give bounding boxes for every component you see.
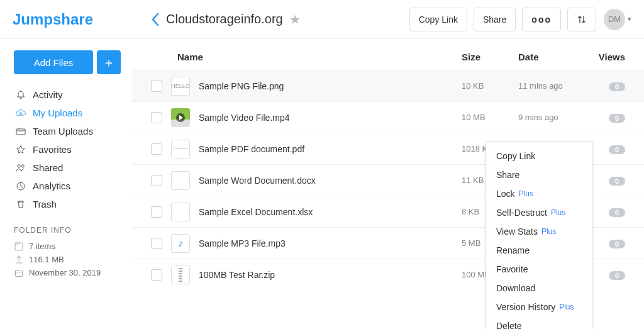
file-views: 0 (587, 270, 625, 280)
views-badge: 0 (609, 145, 625, 154)
sort-button[interactable] (567, 8, 596, 31)
file-name[interactable]: Sample Video File.mp4 (199, 113, 462, 123)
menu-item-label: Lock (496, 189, 515, 199)
file-name[interactable]: Sample PDF document.pdf (199, 144, 462, 154)
col-name[interactable]: Name (151, 52, 462, 62)
row-checkbox[interactable] (151, 81, 162, 92)
menu-item-label: Version History (496, 302, 555, 312)
file-size: 10 MB (462, 113, 518, 122)
views-badge: 0 (609, 208, 625, 217)
menu-favorite[interactable]: Favorite (486, 260, 592, 279)
svg-point-2 (21, 164, 24, 167)
back-arrow-icon[interactable] (151, 13, 160, 26)
views-badge: 0 (609, 114, 625, 123)
chevron-down-icon[interactable]: ▾ (628, 15, 631, 23)
plus-tag: Plus (551, 208, 565, 217)
sidebar-item-label: Analytics (33, 181, 70, 191)
file-views: 0 (587, 207, 625, 217)
plus-tag: Plus (519, 189, 533, 198)
more-button[interactable]: ooo (522, 8, 561, 31)
row-checkbox[interactable] (151, 206, 162, 218)
page-title: Cloudstorageinfo.org (166, 12, 283, 26)
file-views: 0 (587, 176, 625, 186)
row-checkbox[interactable] (151, 238, 162, 249)
add-plus-button[interactable]: ＋ (97, 50, 121, 74)
col-date[interactable]: Date (518, 52, 587, 62)
share-button[interactable]: Share (474, 8, 516, 31)
row-checkbox[interactable] (151, 175, 162, 186)
file-views: 0 (587, 238, 625, 248)
file-views: 0 (587, 113, 625, 123)
menu-self-destruct[interactable]: Self-DestructPlus (486, 203, 592, 222)
menu-download[interactable]: Download (486, 279, 592, 298)
avatar[interactable]: DM (604, 9, 625, 30)
menu-copy-link[interactable]: Copy Link (486, 147, 592, 165)
sidebar-item-my-uploads[interactable]: My Uploads (14, 104, 121, 122)
copy-link-button[interactable]: Copy Link (409, 8, 467, 31)
folder-items: 7 items (29, 242, 55, 251)
menu-delete[interactable]: Delete (486, 316, 592, 329)
file-thumbnail: ♪ (171, 234, 190, 253)
users-icon (15, 163, 26, 173)
file-thumbnail (171, 108, 190, 127)
date-icon (14, 269, 24, 277)
menu-item-label: Delete (496, 321, 521, 329)
sidebar-item-label: Activity (33, 89, 63, 100)
file-name[interactable]: Sample Word Document.docx (199, 176, 462, 186)
menu-item-label: Rename (496, 245, 530, 255)
file-date: 9 mins ago (518, 113, 587, 122)
sidebar-item-label: Trash (33, 199, 57, 209)
file-name[interactable]: 100MB Test Rar.zip (199, 270, 462, 280)
menu-lock[interactable]: LockPlus (486, 184, 592, 203)
sidebar-item-shared[interactable]: Shared (14, 159, 121, 177)
views-badge: 0 (609, 240, 625, 248)
views-badge: 0 (609, 177, 625, 186)
col-views[interactable]: Views (587, 52, 625, 62)
row-checkbox[interactable] (151, 143, 162, 155)
sidebar-item-analytics[interactable]: Analytics (14, 177, 121, 195)
col-size[interactable]: Size (462, 52, 518, 62)
chart-icon (15, 181, 26, 191)
menu-view-stats[interactable]: View StatsPlus (486, 222, 592, 241)
row-checkbox[interactable] (151, 112, 162, 123)
file-row[interactable]: HELLOSample PNG File.png10 KB11 mins ago… (132, 70, 644, 101)
menu-item-label: Self-Destruct (496, 208, 547, 218)
add-files-button[interactable]: Add Files (14, 50, 93, 74)
file-thumbnail (171, 140, 190, 159)
row-checkbox[interactable] (151, 269, 162, 281)
table-header: Name Size Date Views (132, 39, 644, 70)
menu-item-label: View Stats (496, 226, 538, 237)
file-name[interactable]: Sample Excel Document.xlsx (199, 207, 462, 217)
star-icon (15, 145, 26, 155)
menu-version-history[interactable]: Version HistoryPlus (486, 298, 592, 316)
trash-icon (15, 199, 26, 209)
menu-share[interactable]: Share (486, 165, 592, 184)
sidebar-item-label: Shared (33, 162, 63, 173)
file-size: 10 KB (462, 81, 518, 91)
file-name[interactable]: Sample MP3 File.mp3 (199, 238, 462, 248)
sidebar-item-label: Team Uploads (33, 126, 93, 137)
file-thumbnail: HELLO (171, 77, 190, 96)
file-name[interactable]: Sample PNG File.png (199, 81, 462, 91)
menu-item-label: Favorite (496, 264, 528, 274)
folder-info-heading: FOLDER INFO (14, 226, 121, 235)
svg-rect-6 (16, 270, 23, 276)
file-row[interactable]: Sample Video File.mp410 MB9 mins ago0 (132, 101, 644, 133)
sidebar-item-label: My Uploads (33, 108, 82, 118)
file-thumbnail (171, 171, 190, 190)
favorite-star-icon[interactable]: ★ (289, 12, 301, 27)
plus-tag: Plus (541, 227, 556, 236)
file-thumbnail (171, 265, 190, 284)
sidebar-item-team-uploads[interactable]: Team Uploads (14, 122, 121, 140)
menu-item-label: Copy Link (496, 151, 535, 161)
nav-list: ActivityMy UploadsTeam UploadsFavoritesS… (14, 86, 121, 213)
file-views: 0 (587, 144, 625, 154)
sidebar-item-favorites[interactable]: Favorites (14, 140, 121, 159)
file-list-panel: Name Size Date Views HELLOSample PNG Fil… (132, 39, 644, 329)
sidebar-item-activity[interactable]: Activity (14, 86, 121, 104)
sidebar-item-label: Favorites (33, 144, 72, 155)
menu-rename[interactable]: Rename (486, 241, 592, 260)
sidebar: Add Files ＋ ActivityMy UploadsTeam Uploa… (0, 39, 132, 329)
logo[interactable]: Jumpshare (13, 11, 119, 28)
sidebar-item-trash[interactable]: Trash (14, 195, 121, 213)
